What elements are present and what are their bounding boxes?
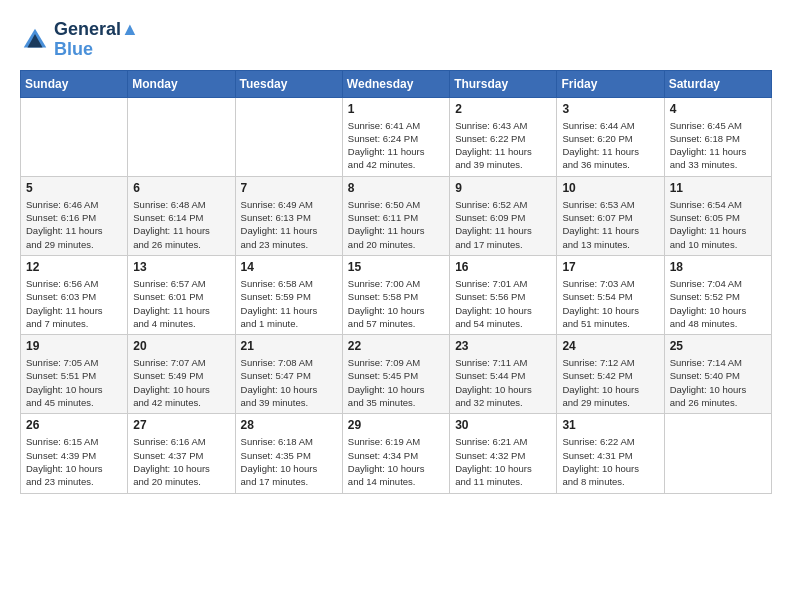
calendar-cell: 14Sunrise: 6:58 AMSunset: 5:59 PMDayligh… <box>235 255 342 334</box>
calendar-cell: 23Sunrise: 7:11 AMSunset: 5:44 PMDayligh… <box>450 335 557 414</box>
logo: General▲Blue <box>20 20 139 60</box>
day-number: 7 <box>241 181 337 195</box>
calendar-cell: 26Sunrise: 6:15 AMSunset: 4:39 PMDayligh… <box>21 414 128 493</box>
weekday-header-wednesday: Wednesday <box>342 70 449 97</box>
calendar-cell: 17Sunrise: 7:03 AMSunset: 5:54 PMDayligh… <box>557 255 664 334</box>
day-info: Sunrise: 7:08 AMSunset: 5:47 PMDaylight:… <box>241 356 337 409</box>
calendar-cell: 27Sunrise: 6:16 AMSunset: 4:37 PMDayligh… <box>128 414 235 493</box>
calendar-week-row: 5Sunrise: 6:46 AMSunset: 6:16 PMDaylight… <box>21 176 772 255</box>
day-info: Sunrise: 6:22 AMSunset: 4:31 PMDaylight:… <box>562 435 658 488</box>
day-info: Sunrise: 6:54 AMSunset: 6:05 PMDaylight:… <box>670 198 766 251</box>
day-number: 25 <box>670 339 766 353</box>
weekday-header-friday: Friday <box>557 70 664 97</box>
day-info: Sunrise: 6:48 AMSunset: 6:14 PMDaylight:… <box>133 198 229 251</box>
calendar-week-row: 19Sunrise: 7:05 AMSunset: 5:51 PMDayligh… <box>21 335 772 414</box>
day-number: 2 <box>455 102 551 116</box>
day-info: Sunrise: 6:57 AMSunset: 6:01 PMDaylight:… <box>133 277 229 330</box>
day-number: 8 <box>348 181 444 195</box>
day-info: Sunrise: 6:53 AMSunset: 6:07 PMDaylight:… <box>562 198 658 251</box>
weekday-header-tuesday: Tuesday <box>235 70 342 97</box>
calendar-cell: 4Sunrise: 6:45 AMSunset: 6:18 PMDaylight… <box>664 97 771 176</box>
calendar-cell: 15Sunrise: 7:00 AMSunset: 5:58 PMDayligh… <box>342 255 449 334</box>
calendar-cell: 10Sunrise: 6:53 AMSunset: 6:07 PMDayligh… <box>557 176 664 255</box>
day-number: 15 <box>348 260 444 274</box>
day-info: Sunrise: 7:11 AMSunset: 5:44 PMDaylight:… <box>455 356 551 409</box>
day-number: 18 <box>670 260 766 274</box>
day-number: 17 <box>562 260 658 274</box>
day-info: Sunrise: 7:01 AMSunset: 5:56 PMDaylight:… <box>455 277 551 330</box>
calendar-cell: 6Sunrise: 6:48 AMSunset: 6:14 PMDaylight… <box>128 176 235 255</box>
logo-text: General▲Blue <box>54 20 139 60</box>
day-number: 30 <box>455 418 551 432</box>
calendar-cell <box>128 97 235 176</box>
day-number: 20 <box>133 339 229 353</box>
day-info: Sunrise: 6:45 AMSunset: 6:18 PMDaylight:… <box>670 119 766 172</box>
day-number: 16 <box>455 260 551 274</box>
calendar-cell: 28Sunrise: 6:18 AMSunset: 4:35 PMDayligh… <box>235 414 342 493</box>
day-info: Sunrise: 6:21 AMSunset: 4:32 PMDaylight:… <box>455 435 551 488</box>
day-number: 19 <box>26 339 122 353</box>
calendar-cell <box>664 414 771 493</box>
calendar-cell: 21Sunrise: 7:08 AMSunset: 5:47 PMDayligh… <box>235 335 342 414</box>
day-info: Sunrise: 7:04 AMSunset: 5:52 PMDaylight:… <box>670 277 766 330</box>
calendar-cell: 19Sunrise: 7:05 AMSunset: 5:51 PMDayligh… <box>21 335 128 414</box>
calendar-cell: 3Sunrise: 6:44 AMSunset: 6:20 PMDaylight… <box>557 97 664 176</box>
day-number: 4 <box>670 102 766 116</box>
day-info: Sunrise: 6:16 AMSunset: 4:37 PMDaylight:… <box>133 435 229 488</box>
day-number: 31 <box>562 418 658 432</box>
day-info: Sunrise: 6:46 AMSunset: 6:16 PMDaylight:… <box>26 198 122 251</box>
day-info: Sunrise: 6:56 AMSunset: 6:03 PMDaylight:… <box>26 277 122 330</box>
calendar-cell: 8Sunrise: 6:50 AMSunset: 6:11 PMDaylight… <box>342 176 449 255</box>
day-info: Sunrise: 7:12 AMSunset: 5:42 PMDaylight:… <box>562 356 658 409</box>
calendar-cell: 31Sunrise: 6:22 AMSunset: 4:31 PMDayligh… <box>557 414 664 493</box>
calendar-table: SundayMondayTuesdayWednesdayThursdayFrid… <box>20 70 772 494</box>
calendar-cell: 30Sunrise: 6:21 AMSunset: 4:32 PMDayligh… <box>450 414 557 493</box>
day-info: Sunrise: 6:15 AMSunset: 4:39 PMDaylight:… <box>26 435 122 488</box>
calendar-week-row: 26Sunrise: 6:15 AMSunset: 4:39 PMDayligh… <box>21 414 772 493</box>
logo-icon <box>20 25 50 55</box>
day-number: 29 <box>348 418 444 432</box>
day-info: Sunrise: 6:58 AMSunset: 5:59 PMDaylight:… <box>241 277 337 330</box>
day-number: 11 <box>670 181 766 195</box>
calendar-cell <box>21 97 128 176</box>
day-info: Sunrise: 6:50 AMSunset: 6:11 PMDaylight:… <box>348 198 444 251</box>
calendar-cell: 24Sunrise: 7:12 AMSunset: 5:42 PMDayligh… <box>557 335 664 414</box>
day-number: 12 <box>26 260 122 274</box>
weekday-header-monday: Monday <box>128 70 235 97</box>
day-info: Sunrise: 7:05 AMSunset: 5:51 PMDaylight:… <box>26 356 122 409</box>
calendar-cell: 20Sunrise: 7:07 AMSunset: 5:49 PMDayligh… <box>128 335 235 414</box>
calendar-cell: 11Sunrise: 6:54 AMSunset: 6:05 PMDayligh… <box>664 176 771 255</box>
day-number: 22 <box>348 339 444 353</box>
calendar-cell: 29Sunrise: 6:19 AMSunset: 4:34 PMDayligh… <box>342 414 449 493</box>
day-info: Sunrise: 6:52 AMSunset: 6:09 PMDaylight:… <box>455 198 551 251</box>
day-number: 24 <box>562 339 658 353</box>
calendar-cell <box>235 97 342 176</box>
calendar-cell: 7Sunrise: 6:49 AMSunset: 6:13 PMDaylight… <box>235 176 342 255</box>
day-number: 6 <box>133 181 229 195</box>
day-info: Sunrise: 6:41 AMSunset: 6:24 PMDaylight:… <box>348 119 444 172</box>
day-info: Sunrise: 6:19 AMSunset: 4:34 PMDaylight:… <box>348 435 444 488</box>
calendar-cell: 16Sunrise: 7:01 AMSunset: 5:56 PMDayligh… <box>450 255 557 334</box>
day-info: Sunrise: 7:14 AMSunset: 5:40 PMDaylight:… <box>670 356 766 409</box>
weekday-header-sunday: Sunday <box>21 70 128 97</box>
day-info: Sunrise: 7:00 AMSunset: 5:58 PMDaylight:… <box>348 277 444 330</box>
day-info: Sunrise: 6:43 AMSunset: 6:22 PMDaylight:… <box>455 119 551 172</box>
calendar-cell: 5Sunrise: 6:46 AMSunset: 6:16 PMDaylight… <box>21 176 128 255</box>
calendar-cell: 18Sunrise: 7:04 AMSunset: 5:52 PMDayligh… <box>664 255 771 334</box>
day-number: 27 <box>133 418 229 432</box>
day-number: 26 <box>26 418 122 432</box>
day-number: 14 <box>241 260 337 274</box>
calendar-cell: 13Sunrise: 6:57 AMSunset: 6:01 PMDayligh… <box>128 255 235 334</box>
day-number: 5 <box>26 181 122 195</box>
day-info: Sunrise: 6:49 AMSunset: 6:13 PMDaylight:… <box>241 198 337 251</box>
calendar-cell: 12Sunrise: 6:56 AMSunset: 6:03 PMDayligh… <box>21 255 128 334</box>
day-number: 13 <box>133 260 229 274</box>
day-number: 3 <box>562 102 658 116</box>
day-number: 1 <box>348 102 444 116</box>
day-number: 10 <box>562 181 658 195</box>
day-number: 28 <box>241 418 337 432</box>
calendar-week-row: 1Sunrise: 6:41 AMSunset: 6:24 PMDaylight… <box>21 97 772 176</box>
calendar-cell: 1Sunrise: 6:41 AMSunset: 6:24 PMDaylight… <box>342 97 449 176</box>
day-number: 23 <box>455 339 551 353</box>
day-number: 21 <box>241 339 337 353</box>
